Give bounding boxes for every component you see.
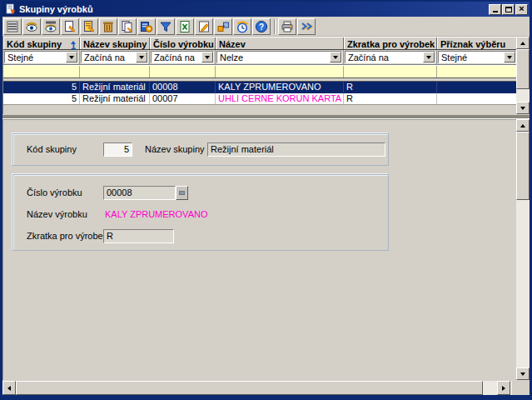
nazev-skupiny-field[interactable]: Režijní materiál xyxy=(207,142,385,157)
link-records-button[interactable] xyxy=(214,18,232,35)
cell-kod-skupiny[interactable]: 5 xyxy=(3,93,80,104)
more-chevrons-icon xyxy=(300,20,313,33)
cell-nazev[interactable]: KALY ZPRUMEROVANO xyxy=(216,82,344,93)
more-chevrons-button[interactable] xyxy=(297,18,316,35)
dropdown-arrow-icon[interactable] xyxy=(504,52,515,62)
cell-zkratka[interactable]: R xyxy=(344,82,437,93)
title-bar[interactable]: Skupiny výrobků × xyxy=(2,2,530,17)
copy-record-button[interactable] xyxy=(118,18,137,35)
scroll-right-icon xyxy=(502,386,505,391)
scroll-down-icon xyxy=(520,107,525,110)
excel-export-button[interactable] xyxy=(176,18,194,35)
sort-order-icon: 1 xyxy=(71,41,76,48)
zkratka-field[interactable]: R xyxy=(103,229,174,243)
window-inner: Skupiny výrobků × ? Kód skupiny1 Název s… xyxy=(2,2,530,395)
cislo-vyrobku-field[interactable]: 00008 xyxy=(103,186,176,200)
minimize-button[interactable] xyxy=(489,4,501,15)
maximize-icon xyxy=(505,7,512,12)
cell-cislo-vyrobku[interactable]: 00008 xyxy=(150,82,216,93)
close-icon: × xyxy=(519,4,524,13)
edit-note-icon xyxy=(197,20,211,33)
dropdown-arrow-icon[interactable] xyxy=(66,52,77,62)
kod-skupiny-label: Kód skupiny xyxy=(27,144,77,154)
filter-button[interactable] xyxy=(157,18,175,35)
maximize-button[interactable] xyxy=(502,4,515,15)
scroll-up-icon xyxy=(520,124,525,128)
cell-kod-skupiny[interactable]: 5 xyxy=(3,82,80,93)
cislo-vyrobku-browse-button[interactable] xyxy=(176,186,188,200)
edit-record-button[interactable] xyxy=(80,18,98,35)
product-groups-grid: Kód skupiny1 Název skupiny Číslo výrobku… xyxy=(2,37,516,114)
history-clock-button[interactable] xyxy=(233,18,251,35)
edit-note-button[interactable] xyxy=(195,18,213,35)
cell-zkratka[interactable]: R xyxy=(344,93,437,104)
filter-value: Začíná na xyxy=(82,52,136,62)
scroll-down-icon xyxy=(520,372,525,376)
grid-vertical-scrollbar[interactable] xyxy=(516,37,530,114)
filter-combo-cislo-vyrobku[interactable]: Začíná na xyxy=(151,51,214,63)
delete-record-button[interactable] xyxy=(99,18,117,35)
list-view-button[interactable] xyxy=(3,18,22,35)
cell-cislo-vyrobku[interactable]: 00007 xyxy=(150,93,216,104)
filter-combo-zkratka[interactable]: Začíná na xyxy=(345,51,435,63)
filter-value: Nelze xyxy=(217,52,330,62)
new-record-button[interactable] xyxy=(61,18,79,35)
column-header-priznak[interactable]: Příznak výběru xyxy=(437,38,517,49)
grid-row[interactable]: 5 Režijní materiál 00007 UHLI CERNE KORU… xyxy=(3,93,517,104)
form-vertical-scrollbar[interactable] xyxy=(516,119,530,380)
scroll-left-button[interactable] xyxy=(2,381,16,395)
help-button[interactable]: ? xyxy=(252,18,271,35)
dropdown-arrow-icon[interactable] xyxy=(201,52,213,62)
view-record-button[interactable] xyxy=(22,18,41,35)
toolbar-separator xyxy=(274,19,276,34)
column-header-kod-skupiny[interactable]: Kód skupiny1 xyxy=(3,38,80,49)
cell-priznak[interactable] xyxy=(437,82,517,93)
grid-row-selected[interactable]: 5 Režijní materiál 00008 KALY ZPRUMEROVA… xyxy=(3,82,517,93)
scroll-down-button[interactable] xyxy=(516,102,530,114)
filter-combo-kod-skupiny[interactable]: Stejné xyxy=(4,51,78,63)
column-header-label: Zkratka pro výrobek xyxy=(347,39,435,49)
dropdown-arrow-icon[interactable] xyxy=(423,52,435,62)
group-vyrobek: Číslo výrobku 00008 Název výrobku KALY Z… xyxy=(12,174,389,251)
scroll-thumb[interactable] xyxy=(16,381,483,395)
scroll-right-button[interactable] xyxy=(497,381,510,395)
link-records-icon xyxy=(216,20,230,33)
view-record-icon xyxy=(25,20,38,33)
filter-combo-nazev[interactable]: Nelze xyxy=(216,51,342,63)
filter-value: Stejné xyxy=(5,52,66,62)
cell-priznak[interactable] xyxy=(437,93,517,104)
column-header-nazev[interactable]: Název xyxy=(216,38,344,49)
minimize-icon xyxy=(493,11,498,12)
history-clock-icon xyxy=(236,20,249,33)
column-header-zkratka[interactable]: Zkratka pro výrobek xyxy=(344,38,437,49)
horizontal-scrollbar[interactable] xyxy=(2,381,512,395)
view-hidden-button[interactable] xyxy=(42,18,60,35)
scroll-up-button[interactable] xyxy=(516,37,530,49)
print-icon xyxy=(281,20,294,33)
edit-record-icon xyxy=(82,20,96,33)
kod-skupiny-field[interactable]: 5 xyxy=(103,142,132,157)
scroll-down-button[interactable] xyxy=(516,368,530,380)
filter-value: Začíná na xyxy=(152,52,201,62)
dropdown-arrow-icon[interactable] xyxy=(136,52,147,62)
cell-nazev-skupiny[interactable]: Režijní materiál xyxy=(80,82,150,93)
filter-combo-nazev-skupiny[interactable]: Začíná na xyxy=(81,51,148,63)
batch-action-button[interactable] xyxy=(137,18,156,35)
filter-combo-priznak[interactable]: Stejné xyxy=(438,51,516,63)
close-button[interactable]: × xyxy=(515,4,528,15)
scroll-thumb[interactable] xyxy=(516,132,530,200)
scroll-thumb[interactable] xyxy=(516,49,530,89)
grid-new-record-row[interactable] xyxy=(3,65,517,78)
column-header-cislo-vyrobku[interactable]: Číslo výrobku xyxy=(150,38,216,49)
scroll-up-icon xyxy=(520,42,525,45)
batch-action-icon xyxy=(140,20,153,33)
column-header-nazev-skupiny[interactable]: Název skupiny xyxy=(80,38,150,49)
print-button[interactable] xyxy=(278,18,296,35)
cell-nazev[interactable]: UHLI CERNE KORUN KARTA xyxy=(216,93,344,104)
scroll-up-button[interactable] xyxy=(516,119,530,132)
dropdown-arrow-icon[interactable] xyxy=(330,52,341,62)
browse-icon xyxy=(179,191,185,195)
toolbar: ? xyxy=(2,17,530,37)
excel-export-icon xyxy=(178,20,191,33)
cell-nazev-skupiny[interactable]: Režijní materiál xyxy=(80,93,150,104)
